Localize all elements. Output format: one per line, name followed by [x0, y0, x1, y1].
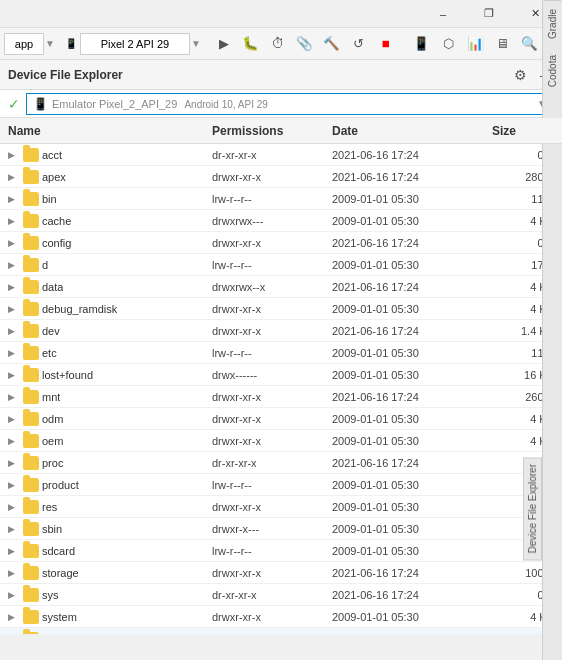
- expand-arrow-icon: ▶: [8, 612, 20, 622]
- minimize-button[interactable]: –: [420, 0, 466, 28]
- table-row[interactable]: ▶ res drwxr-xr-x 2009-01-01 05:30 4 KB: [0, 496, 562, 518]
- table-row[interactable]: ▶ lost+found drwx------ 2009-01-01 05:30…: [0, 364, 562, 386]
- table-row[interactable]: ▶ debug_ramdisk drwxr-xr-x 2009-01-01 05…: [0, 298, 562, 320]
- table-row[interactable]: ▶ storage drwxr-xr-x 2021-06-16 17:24 10…: [0, 562, 562, 584]
- table-row[interactable]: ▶ oem drwxr-xr-x 2009-01-01 05:30 4 KB: [0, 430, 562, 452]
- file-permissions: drwxr-xr-x: [208, 567, 328, 579]
- sdk-button[interactable]: ⬡: [436, 32, 462, 56]
- expand-arrow-icon: ▶: [8, 172, 20, 182]
- file-permissions: drwxr-xr-x: [208, 171, 328, 183]
- file-name-text: bin: [42, 193, 57, 205]
- avd-button[interactable]: 📱: [409, 32, 435, 56]
- file-permissions: dr-xr-xr-x: [208, 589, 328, 601]
- expand-arrow-icon: ▶: [8, 392, 20, 402]
- folder-icon: [23, 390, 39, 404]
- file-date: 2021-06-16 17:24: [328, 171, 488, 183]
- profile-button[interactable]: ⏱: [265, 32, 291, 56]
- file-name-text: etc: [42, 347, 57, 359]
- table-row[interactable]: ▶ bin lrw-r--r-- 2009-01-01 05:30 11 B: [0, 188, 562, 210]
- file-permissions: dr-xr-xr-x: [208, 149, 328, 161]
- panel-settings-button[interactable]: ⚙: [510, 65, 530, 85]
- folder-icon: [23, 412, 39, 426]
- file-date: 2021-06-16 17:24: [328, 457, 488, 469]
- file-name-cell: ▼ vendor: [4, 632, 208, 635]
- table-row[interactable]: ▶ odm drwxr-xr-x 2009-01-01 05:30 4 KB: [0, 408, 562, 430]
- table-header: Name Permissions Date Size: [0, 118, 562, 144]
- table-row[interactable]: ▶ config drwxr-xr-x 2021-06-16 17:24 0 B: [0, 232, 562, 254]
- folder-icon: [23, 258, 39, 272]
- file-name-text: data: [42, 281, 63, 293]
- folder-icon: [23, 148, 39, 162]
- file-permissions: drwxr-xr-x: [208, 413, 328, 425]
- folder-icon: [23, 214, 39, 228]
- table-row[interactable]: ▶ proc dr-xr-xr-x 2021-06-16 17:24 0 B: [0, 452, 562, 474]
- file-name-cell: ▶ debug_ramdisk: [4, 302, 208, 316]
- table-row[interactable]: ▶ data drwxrwx--x 2021-06-16 17:24 4 KB: [0, 276, 562, 298]
- table-row[interactable]: ▶ acct dr-xr-xr-x 2021-06-16 17:24 0 B: [0, 144, 562, 166]
- profiler-btn[interactable]: 📊: [463, 32, 489, 56]
- file-name-text: lost+found: [42, 369, 93, 381]
- expand-arrow-icon: ▶: [8, 524, 20, 534]
- expand-arrow-icon: ▶: [8, 326, 20, 336]
- expand-arrow-icon: ▶: [8, 304, 20, 314]
- run-button[interactable]: ▶: [211, 32, 237, 56]
- title-bar: – ❐ ✕: [0, 0, 562, 28]
- table-row[interactable]: ▶ apex drwxr-xr-x 2021-06-16 17:24 280 B: [0, 166, 562, 188]
- attach-button[interactable]: 📎: [292, 32, 318, 56]
- gradle-tab[interactable]: Gradle: [544, 0, 561, 47]
- file-name-text: oem: [42, 435, 63, 447]
- device-file-explorer-tab[interactable]: Device File Explorer: [523, 457, 542, 560]
- folder-icon: [23, 302, 39, 316]
- expand-arrow-icon: ▶: [8, 458, 20, 468]
- file-date: 2021-06-16 17:24: [328, 281, 488, 293]
- col-header-date: Date: [328, 124, 488, 138]
- folder-icon: [23, 280, 39, 294]
- table-row[interactable]: ▶ sys dr-xr-xr-x 2021-06-16 17:24 0 B: [0, 584, 562, 606]
- logcat-btn[interactable]: 🖥: [490, 32, 516, 56]
- file-permissions: dr-xr-xr-x: [208, 457, 328, 469]
- table-row[interactable]: ▶ mnt drwxr-xr-x 2021-06-16 17:24 260 B: [0, 386, 562, 408]
- file-date: 2021-06-16 17:24: [328, 567, 488, 579]
- file-name-cell: ▶ config: [4, 236, 208, 250]
- file-name-text: res: [42, 501, 57, 513]
- table-row[interactable]: ▶ sbin drwxr-x--- 2009-01-01 05:30 4 KB: [0, 518, 562, 540]
- device-dropdown[interactable]: 📱 Emulator Pixel_2_API_29 Android 10, AP…: [26, 93, 554, 115]
- app-selector-group: app ▼: [4, 33, 55, 55]
- file-permissions: drwxrwx--x: [208, 281, 328, 293]
- file-name-text: system: [42, 611, 77, 623]
- folder-icon: [23, 368, 39, 382]
- file-name-text: sbin: [42, 523, 62, 535]
- table-row[interactable]: ▶ cache drwxrwx--- 2009-01-01 05:30 4 KB: [0, 210, 562, 232]
- action-buttons: ▶ 🐛 ⏱ 📎 🔨 ↺ ■: [211, 32, 399, 56]
- table-row[interactable]: ▶ sdcard lrw-r--r-- 2009-01-01 05:30 21 …: [0, 540, 562, 562]
- maximize-button[interactable]: ❐: [466, 0, 512, 28]
- folder-icon: [23, 170, 39, 184]
- file-name-text: mnt: [42, 391, 60, 403]
- expand-arrow-icon: ▶: [8, 194, 20, 204]
- table-row[interactable]: ▶ d lrw-r--r-- 2009-01-01 05:30 17 B: [0, 254, 562, 276]
- table-row[interactable]: ▼ vendor drwxr-xr-x 2009-01-01 05:30 4 K…: [0, 628, 562, 634]
- table-row[interactable]: ▶ system drwxr-xr-x 2009-01-01 05:30 4 K…: [0, 606, 562, 628]
- file-permissions: lrw-r--r--: [208, 479, 328, 491]
- app-selector[interactable]: app: [4, 33, 44, 55]
- table-row[interactable]: ▶ product lrw-r--r-- 2009-01-01 05:30 15…: [0, 474, 562, 496]
- search-btn[interactable]: 🔍: [517, 32, 543, 56]
- sync-button[interactable]: ↺: [346, 32, 372, 56]
- file-name-text: odm: [42, 413, 63, 425]
- build-button[interactable]: 🔨: [319, 32, 345, 56]
- folder-icon: [23, 522, 39, 536]
- file-permissions: drwxr-xr-x: [208, 611, 328, 623]
- file-name-cell: ▶ apex: [4, 170, 208, 184]
- file-name-cell: ▶ product: [4, 478, 208, 492]
- debug-button[interactable]: 🐛: [238, 32, 264, 56]
- device-selector[interactable]: Pixel 2 API 29: [80, 33, 190, 55]
- file-date: 2009-01-01 05:30: [328, 435, 488, 447]
- stop-button[interactable]: ■: [373, 32, 399, 56]
- col-header-size: Size: [488, 124, 558, 138]
- codota-tab[interactable]: Codota: [544, 47, 561, 95]
- table-row[interactable]: ▶ dev drwxr-xr-x 2021-06-16 17:24 1.4 KB: [0, 320, 562, 342]
- tool-buttons: 📱 ⬡ 📊 🖥 🔍 ⚙: [409, 32, 562, 56]
- table-row[interactable]: ▶ etc lrw-r--r-- 2009-01-01 05:30 11 B: [0, 342, 562, 364]
- file-name-cell: ▶ sdcard: [4, 544, 208, 558]
- col-header-name: Name: [4, 124, 208, 138]
